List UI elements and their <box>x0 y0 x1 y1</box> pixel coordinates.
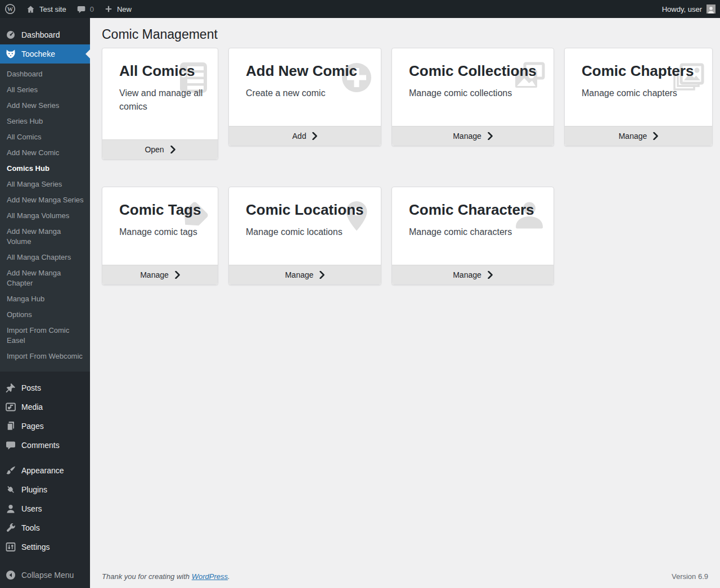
manage-button[interactable]: Manage <box>229 265 381 284</box>
card-comic-collections: Comic CollectionsManage comic collection… <box>392 48 554 146</box>
sidebar-item-label: Users <box>21 504 42 513</box>
open-button[interactable]: Open <box>102 139 218 159</box>
card-action-label: Manage <box>285 270 314 279</box>
add-button[interactable]: Add <box>229 126 381 146</box>
account-menu[interactable]: Howdy, user <box>662 4 716 13</box>
svg-text:W: W <box>7 6 14 12</box>
comment-icon <box>5 440 16 451</box>
sidebar-item-label: Media <box>21 402 43 411</box>
chevron-right-icon <box>312 132 317 140</box>
submenu-item-import-from-comic-easel[interactable]: Import From Comic Easel <box>0 323 90 349</box>
toocheke-submenu: DashboardAll SeriesAdd New SeriesSeries … <box>0 64 90 372</box>
submenu-item-add-new-comic[interactable]: Add New Comic <box>0 145 90 161</box>
collapse-menu-button[interactable]: Collapse Menu <box>0 566 90 585</box>
thanks-suffix: . <box>228 572 230 581</box>
plus-icon <box>104 4 113 13</box>
submenu-item-add-new-manga-chapter[interactable]: Add New Manga Chapter <box>0 265 90 291</box>
submenu-item-add-new-manga-series[interactable]: Add New Manga Series <box>0 192 90 208</box>
card-title: Add New Comic <box>246 62 373 80</box>
version-text: Version 6.9 <box>672 572 708 581</box>
wordpress-logo-menu[interactable]: W <box>0 0 21 18</box>
new-content-link[interactable]: New <box>99 0 137 18</box>
sidebar-item-users[interactable]: Users <box>0 499 90 518</box>
card-action-label: Manage <box>140 270 169 279</box>
sidebar-item-dashboard[interactable]: Dashboard <box>0 25 90 44</box>
comments-link[interactable]: 0 <box>71 0 99 18</box>
card-title: All Comics <box>119 62 210 80</box>
card-action-label: Manage <box>619 132 647 141</box>
manage-button[interactable]: Manage <box>392 126 554 146</box>
card-comic-locations: Comic LocationsManage comic locationsMan… <box>228 187 381 285</box>
card-body: Comic LocationsManage comic locations <box>229 187 381 265</box>
howdy-label: Howdy, user <box>662 5 702 13</box>
sidebar-item-toocheke[interactable]: Toocheke <box>0 44 90 64</box>
card-subtitle: Manage comic collections <box>409 87 546 100</box>
card-comic-chapters: Comic ChaptersManage comic chaptersManag… <box>564 48 713 146</box>
submenu-item-all-manga-chapters[interactable]: All Manga Chapters <box>0 250 90 265</box>
card-body: Comic CharactersManage comic characters <box>392 187 554 265</box>
site-name-link[interactable]: Test site <box>21 0 71 18</box>
sidebar-item-label: Plugins <box>21 485 47 494</box>
card-action-label: Add <box>292 132 307 141</box>
chevron-right-icon <box>653 132 658 140</box>
manage-button[interactable]: Manage <box>102 265 218 284</box>
page-title: Comic Management <box>102 26 708 43</box>
sidebar-item-posts[interactable]: Posts <box>0 378 90 397</box>
submenu-item-add-new-manga-volume[interactable]: Add New Manga Volume <box>0 224 90 250</box>
card-action-label: Manage <box>453 132 482 141</box>
card-action-label: Open <box>145 145 164 154</box>
admin-bar-right: Howdy, user <box>662 4 720 13</box>
sidebar-item-pages[interactable]: Pages <box>0 417 90 436</box>
submenu-item-all-manga-volumes[interactable]: All Manga Volumes <box>0 208 90 224</box>
card-subtitle: View and manage all comics <box>119 87 210 114</box>
submenu-item-dashboard[interactable]: Dashboard <box>0 66 90 82</box>
card-comic-characters: Comic CharactersManage comic charactersM… <box>392 187 554 285</box>
sidebar-item-settings[interactable]: Settings <box>0 537 90 557</box>
sidebar-item-label: Appearance <box>21 466 64 475</box>
card-subtitle: Manage comic chapters <box>582 87 704 100</box>
thanks-prefix: Thank you for creating with <box>102 572 192 581</box>
sidebar-item-label: Pages <box>21 422 44 431</box>
chevron-right-icon <box>488 132 493 140</box>
sidebar-item-label: Tools <box>21 523 40 532</box>
collapse-menu-label: Collapse Menu <box>21 571 74 580</box>
sidebar-item-appearance[interactable]: Appearance <box>0 461 90 480</box>
sidebar-item-tools[interactable]: Tools <box>0 518 90 537</box>
media-icon <box>5 401 16 413</box>
sidebar-item-media[interactable]: Media <box>0 397 90 417</box>
card-title: Comic Collections <box>409 62 546 80</box>
avatar <box>706 4 716 13</box>
submenu-item-import-from-webcomic[interactable]: Import From Webcomic <box>0 349 90 364</box>
submenu-item-all-comics[interactable]: All Comics <box>0 129 90 145</box>
sidebar-item-plugins[interactable]: Plugins <box>0 480 90 499</box>
card-title: Comic Characters <box>409 201 546 219</box>
submenu-item-options[interactable]: Options <box>0 307 90 323</box>
chevron-right-icon <box>488 271 493 279</box>
card-comic-tags: Comic TagsManage comic tagsManage <box>102 187 218 285</box>
submenu-item-comics-hub[interactable]: Comics Hub <box>0 161 90 177</box>
sidebar-item-comments[interactable]: Comments <box>0 436 90 455</box>
card-title: Comic Tags <box>119 201 210 219</box>
content-area: Comic Management All ComicsView and mana… <box>90 18 720 588</box>
card-body: All ComicsView and manage all comics <box>102 48 218 139</box>
card-body: Comic CollectionsManage comic collection… <box>392 48 554 126</box>
home-icon <box>26 4 35 14</box>
submenu-item-all-series[interactable]: All Series <box>0 82 90 98</box>
card-all-comics: All ComicsView and manage all comicsOpen <box>102 48 218 160</box>
card-grid: All ComicsView and manage all comicsOpen… <box>102 48 708 285</box>
plug-icon <box>5 484 16 495</box>
submenu-item-series-hub[interactable]: Series Hub <box>0 114 90 129</box>
card-action-label: Manage <box>453 270 482 279</box>
comment-bubble-icon <box>76 4 86 14</box>
manage-button[interactable]: Manage <box>392 265 554 284</box>
submenu-item-add-new-series[interactable]: Add New Series <box>0 98 90 114</box>
manage-button[interactable]: Manage <box>565 126 712 146</box>
card-title: Comic Chapters <box>582 62 704 80</box>
sidebar-item-label: Comments <box>21 441 60 450</box>
submenu-item-manga-hub[interactable]: Manga Hub <box>0 291 90 307</box>
chevron-right-icon <box>170 146 176 153</box>
submenu-item-all-manga-series[interactable]: All Manga Series <box>0 177 90 192</box>
wordpress-link[interactable]: WordPress <box>192 572 228 581</box>
chevron-right-icon <box>175 271 180 279</box>
card-subtitle: Create a new comic <box>246 87 373 100</box>
